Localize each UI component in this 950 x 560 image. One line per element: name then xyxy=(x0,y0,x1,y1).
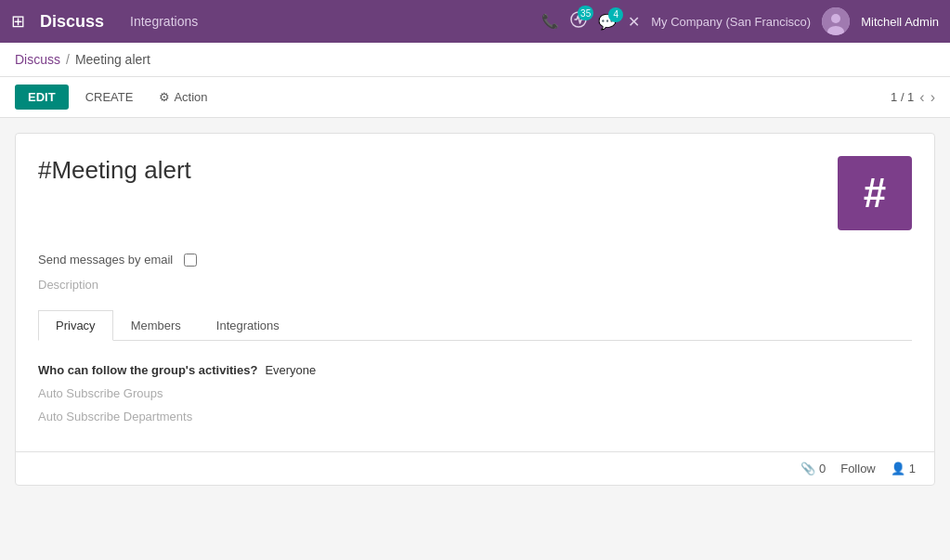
pagination-text: 1 / 1 xyxy=(891,90,914,104)
send-messages-checkbox[interactable] xyxy=(184,254,197,267)
edit-button[interactable]: EDIT xyxy=(15,85,69,110)
hash-symbol: # xyxy=(864,170,886,216)
record-card: #Meeting alert # Send messages by email … xyxy=(15,133,935,486)
pagination-next[interactable]: › xyxy=(930,89,935,106)
pagination: 1 / 1 ‹ › xyxy=(891,89,935,106)
channel-icon: # xyxy=(838,156,912,230)
activity-icon[interactable]: 35 xyxy=(570,11,587,32)
description-field[interactable]: Description xyxy=(38,278,912,292)
follow-button[interactable]: Follow xyxy=(840,462,876,475)
nav-integrations[interactable]: Integrations xyxy=(130,14,198,29)
action-label: Action xyxy=(174,90,207,104)
tab-members[interactable]: Members xyxy=(113,310,199,341)
breadcrumb-separator: / xyxy=(66,52,70,67)
tab-integrations[interactable]: Integrations xyxy=(199,310,297,341)
tab-content-privacy: Who can follow the group's activities? E… xyxy=(38,356,912,438)
app-title: Discuss xyxy=(40,12,104,32)
bottom-bar: 📎 0 Follow 👤 1 xyxy=(16,451,934,485)
chat-badge: 4 xyxy=(608,7,623,22)
avatar[interactable] xyxy=(822,7,850,35)
activity-badge: 35 xyxy=(578,6,593,20)
phone-icon[interactable]: 📞 xyxy=(541,13,559,30)
paperclip-icon: 📎 xyxy=(800,462,815,475)
svg-point-2 xyxy=(831,14,840,23)
gear-icon: ⚙ xyxy=(159,90,170,104)
followers-count: 1 xyxy=(909,462,916,475)
breadcrumb: Discuss / Meeting alert xyxy=(0,43,950,77)
breadcrumb-parent[interactable]: Discuss xyxy=(15,52,60,67)
create-button[interactable]: CREATE xyxy=(76,85,143,110)
channel-header: #Meeting alert # xyxy=(38,156,912,230)
send-messages-row: Send messages by email xyxy=(38,253,912,267)
auto-subscribe-groups[interactable]: Auto Subscribe Groups xyxy=(38,384,912,402)
navbar-right: 📞 35 💬 4 ✕ My Company (San Francisco) Mi… xyxy=(541,7,939,35)
company-name: My Company (San Francisco) xyxy=(651,15,811,29)
send-messages-label: Send messages by email xyxy=(38,253,173,267)
attachments-action[interactable]: 📎 0 xyxy=(800,462,826,475)
grid-icon[interactable]: ⊞ xyxy=(11,11,25,32)
username: Mitchell Admin xyxy=(861,15,939,29)
followers-action[interactable]: 👤 1 xyxy=(891,462,916,475)
settings-icon[interactable]: ✕ xyxy=(628,13,640,31)
privacy-value: Everyone xyxy=(265,363,316,377)
followers-icon: 👤 xyxy=(891,462,905,475)
pagination-prev[interactable]: ‹ xyxy=(919,89,924,106)
breadcrumb-current: Meeting alert xyxy=(75,52,150,67)
privacy-question: Who can follow the group's activities? xyxy=(38,363,257,377)
main-content: #Meeting alert # Send messages by email … xyxy=(0,118,950,501)
tab-privacy[interactable]: Privacy xyxy=(38,310,113,341)
attachment-count: 0 xyxy=(819,462,826,475)
chat-icon[interactable]: 💬 4 xyxy=(598,13,617,31)
action-button[interactable]: ⚙ Action xyxy=(150,85,216,110)
channel-title: #Meeting alert xyxy=(38,156,191,185)
tabs: Privacy Members Integrations xyxy=(38,310,912,341)
navbar: ⊞ Discuss Integrations 📞 35 💬 4 ✕ My Com… xyxy=(0,0,950,43)
auto-subscribe-departments[interactable]: Auto Subscribe Departments xyxy=(38,408,912,425)
privacy-question-row: Who can follow the group's activities? E… xyxy=(38,363,912,377)
toolbar: EDIT CREATE ⚙ Action 1 / 1 ‹ › xyxy=(0,77,950,118)
